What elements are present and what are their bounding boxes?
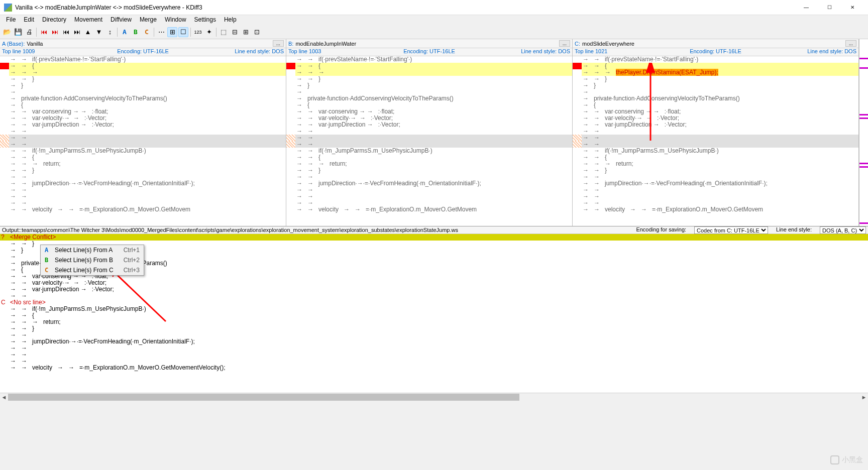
pane-c-menu-button[interactable]: ... xyxy=(845,40,856,47)
code-line[interactable]: → → velocity → → =·m_ExplorationO.m_Move… xyxy=(0,206,286,213)
output-line[interactable]: → → var·jumpDirection → :·Vector; xyxy=(0,286,868,293)
open-button[interactable]: 📂 xyxy=(2,27,12,37)
print-button[interactable]: 🖨 xyxy=(24,27,34,37)
output-line[interactable]: → → jumpDirection·→·=·VecFromHeading(·m_… xyxy=(0,338,868,345)
menu-directory[interactable]: Directory xyxy=(38,15,70,25)
code-line[interactable]: → → xyxy=(0,187,286,193)
code-line[interactable]: → → xyxy=(286,135,572,141)
code-line[interactable]: → → if(·prevStateName·!=·'StartFalling'·… xyxy=(286,56,572,63)
horizontal-scrollbar[interactable]: ◄ ► xyxy=(0,393,868,401)
code-line[interactable]: → → var·jumpDirection → :·Vector; xyxy=(286,122,572,128)
code-line[interactable]: → → if(·!m_JumpParmsS.m_UsePhysicJumpB·) xyxy=(286,148,572,154)
cfg4-icon[interactable]: ⊡ xyxy=(252,27,262,37)
pane-a-menu-button[interactable]: ... xyxy=(273,40,284,47)
menu-help[interactable]: Help xyxy=(220,15,241,25)
code-line[interactable]: → → if(·!m_JumpParmsS.m_UsePhysicJumpB·) xyxy=(573,148,858,154)
cfg2-icon[interactable]: ⊟ xyxy=(230,27,240,37)
code-line[interactable]: → → → return; xyxy=(0,161,286,167)
code-line[interactable]: → → xyxy=(573,135,858,141)
code-line[interactable]: → → xyxy=(286,128,572,135)
code-line[interactable]: → → xyxy=(573,187,858,193)
code-line[interactable]: → } xyxy=(0,82,286,89)
menu-file[interactable]: File xyxy=(2,15,20,25)
code-line[interactable]: → } xyxy=(286,82,572,89)
context-menu-item[interactable]: ASelect Line(s) From ACtrl+1 xyxy=(41,245,144,255)
nav-up-icon[interactable]: ▲ xyxy=(83,27,93,37)
code-line[interactable]: → } xyxy=(573,82,858,89)
nav-down-icon[interactable]: ▼ xyxy=(94,27,104,37)
select-a-button[interactable]: A xyxy=(120,27,130,37)
maximize-button[interactable]: ☐ xyxy=(818,0,841,15)
code-line[interactable]: → → xyxy=(573,128,858,135)
code-line[interactable]: → → → thePlayer.DrainStamina(ESAT_Jump); xyxy=(573,69,858,76)
minimize-button[interactable]: — xyxy=(795,0,818,15)
cfg3-icon[interactable]: ⊞ xyxy=(241,27,251,37)
code-line[interactable]: → private·function·AddConservingVelocity… xyxy=(0,95,286,102)
code-line[interactable]: → private·function·AddConservingVelocity… xyxy=(286,95,572,102)
output-line[interactable]: → → if(·!m_JumpParmsS.m_UsePhysicJumpB·) xyxy=(0,306,868,312)
code-line[interactable]: → → if(·prevStateName·!=·'StartFalling'·… xyxy=(0,56,286,63)
code-line[interactable]: → → } xyxy=(286,76,572,82)
code-line[interactable]: → → var·jumpDirection → :·Vector; xyxy=(0,122,286,128)
save-button[interactable]: 💾 xyxy=(13,27,23,37)
code-line[interactable]: → → if(·prevStateName·!=·'StartFalling'·… xyxy=(573,56,858,63)
code-line[interactable]: → → → return; xyxy=(573,161,858,167)
code-line[interactable]: → → jumpDirection·→·=·VecFromHeading(·m_… xyxy=(286,180,572,187)
select-b-button[interactable]: B xyxy=(131,27,141,37)
toggle-whitespace[interactable]: ⋯ xyxy=(156,27,166,37)
code-line[interactable]: → → xyxy=(0,128,286,135)
code-line[interactable]: → → } xyxy=(0,167,286,174)
pane-b-code[interactable]: → → if(·prevStateName·!=·'StartFalling'·… xyxy=(286,56,572,226)
code-line[interactable]: → private·function·AddConservingVelocity… xyxy=(573,95,858,102)
line-numbers-button[interactable]: 123 xyxy=(193,27,203,37)
code-line[interactable]: → → xyxy=(286,187,572,193)
align-icon[interactable]: ✦ xyxy=(204,27,214,37)
output-line[interactable]: → → } xyxy=(0,325,868,332)
cfg1-icon[interactable]: ⬚ xyxy=(219,27,229,37)
nav-next-diff[interactable]: ⏭ xyxy=(72,27,82,37)
code-line[interactable]: → → xyxy=(0,135,286,141)
code-line[interactable]: → → var·jumpDirection → :·Vector; xyxy=(573,122,858,128)
output-line[interactable]: → → → return; xyxy=(0,319,868,325)
menu-settings[interactable]: Settings xyxy=(190,15,220,25)
menu-movement[interactable]: Movement xyxy=(70,15,106,25)
output-line[interactable]: → → velocity → → =·m_ExplorationO.m_Move… xyxy=(0,365,868,371)
output-line[interactable]: → → var·velocity·→ → :·Vector; xyxy=(0,280,868,286)
toggle-wrap-icon[interactable]: ☐ xyxy=(178,27,188,37)
pane-a-code[interactable]: → → if(·prevStateName·!=·'StartFalling'·… xyxy=(0,56,286,226)
output-line[interactable]: → → xyxy=(0,293,868,299)
code-line[interactable]: → → velocity → → =·m_ExplorationO.m_Move… xyxy=(573,206,858,213)
nav-prev-conflict[interactable]: ⏮ xyxy=(39,27,49,37)
code-line[interactable]: → → → xyxy=(0,69,286,76)
code-line[interactable]: → → → xyxy=(286,69,572,76)
output-line[interactable]: → → { xyxy=(0,312,868,319)
code-line[interactable]: → → } xyxy=(573,167,858,174)
nav-goto-icon[interactable]: ↕ xyxy=(105,27,115,37)
code-line[interactable]: → → xyxy=(286,193,572,200)
pane-b-menu-button[interactable]: ... xyxy=(559,40,570,47)
code-line[interactable]: → → } xyxy=(573,76,858,82)
code-line[interactable]: → → xyxy=(0,193,286,200)
code-line[interactable]: → → if(·!m_JumpParmsS.m_UsePhysicJumpB·) xyxy=(0,148,286,154)
select-c-button[interactable]: C xyxy=(142,27,152,37)
menu-edit[interactable]: Edit xyxy=(20,15,38,25)
scroll-right-icon[interactable]: ► xyxy=(860,393,868,401)
nav-next-conflict[interactable]: ⏭ xyxy=(50,27,60,37)
code-line[interactable]: → → → return; xyxy=(286,161,572,167)
menu-merge[interactable]: Merge xyxy=(136,15,161,25)
nav-prev-diff[interactable]: ⏮ xyxy=(61,27,71,37)
output-encoding-select[interactable]: Codec from C: UTF-16LE xyxy=(694,226,768,234)
output-line[interactable]: → → xyxy=(0,351,868,358)
scroll-left-icon[interactable]: ◄ xyxy=(0,393,8,401)
close-button[interactable]: ✕ xyxy=(841,0,864,15)
code-line[interactable]: → → } xyxy=(0,76,286,82)
pane-c-code[interactable]: → → if(·prevStateName·!=·'StartFalling'·… xyxy=(573,56,858,226)
overview-strip[interactable] xyxy=(859,39,868,226)
output-line[interactable]: ?<Merge Conflict> xyxy=(0,234,868,241)
output-lineend-select[interactable]: DOS (A, B, C) xyxy=(820,226,866,234)
code-line[interactable]: → → xyxy=(573,193,858,200)
menu-diffview[interactable]: Diffview xyxy=(106,15,136,25)
toggle-split-icon[interactable]: ⊞ xyxy=(167,27,177,37)
code-line[interactable]: → → jumpDirection·→·=·VecFromHeading(·m_… xyxy=(573,180,858,187)
context-menu-item[interactable]: CSelect Line(s) From CCtrl+3 xyxy=(41,265,144,275)
